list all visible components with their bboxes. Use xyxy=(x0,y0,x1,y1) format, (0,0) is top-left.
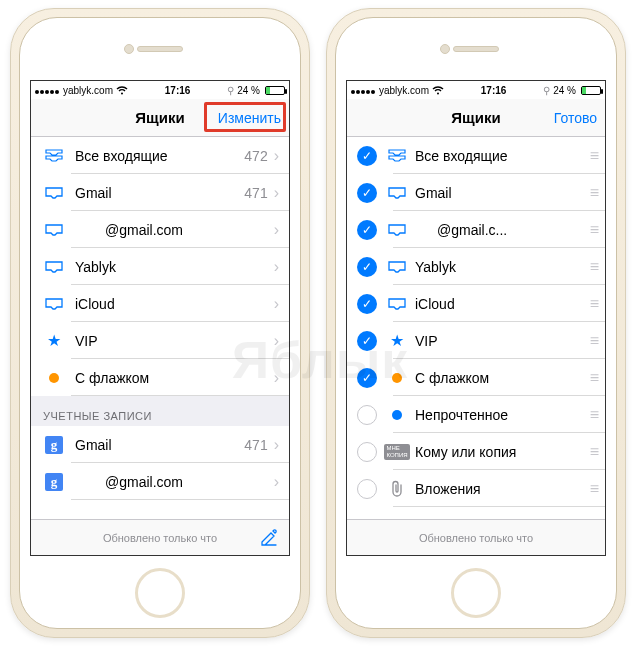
checkbox[interactable] xyxy=(357,405,377,425)
chevron-right-icon: › xyxy=(274,436,279,454)
reorder-handle-icon[interactable]: ≡ xyxy=(590,295,597,313)
reorder-handle-icon[interactable]: ≡ xyxy=(590,221,597,239)
account-label: Gmail xyxy=(75,437,244,453)
nav-header: Ящики Изменить xyxy=(31,99,289,137)
mailbox-edit-row[interactable]: ✓Все входящие≡ xyxy=(347,137,605,174)
chevron-right-icon: › xyxy=(274,184,279,202)
mailbox-edit-list: ✓Все входящие≡✓Gmail≡✓@gmail.c...≡✓Yably… xyxy=(347,137,605,507)
bluetooth-icon: ⚲ xyxy=(543,85,550,96)
unread-count: 471 xyxy=(244,185,267,201)
mailbox-label: С флажком xyxy=(415,370,590,386)
status-bar: yablyk.com 17:16 ⚲ 24 % xyxy=(347,81,605,99)
home-button[interactable] xyxy=(451,568,501,618)
flag-dot-icon xyxy=(43,373,65,383)
chevron-right-icon: › xyxy=(274,295,279,313)
phone-left: yablyk.com 17:16 ⚲ 24 % Ящики Изменить xyxy=(10,8,310,638)
checkbox[interactable]: ✓ xyxy=(357,331,377,351)
inbox-icon xyxy=(43,223,65,237)
chevron-right-icon: › xyxy=(274,473,279,491)
checkbox[interactable]: ✓ xyxy=(357,220,377,240)
chevron-right-icon: › xyxy=(274,221,279,239)
mailbox-label: @gmail.c... xyxy=(415,222,590,238)
reorder-handle-icon[interactable]: ≡ xyxy=(590,147,597,165)
unread-count: 471 xyxy=(244,437,267,453)
mailbox-label: VIP xyxy=(415,333,590,349)
mailbox-label: Yablyk xyxy=(75,259,274,275)
star-icon: ★ xyxy=(387,331,407,350)
mailbox-edit-row[interactable]: ✓@gmail.c...≡ xyxy=(347,211,605,248)
mailbox-edit-row[interactable]: Непрочтенное≡ xyxy=(347,396,605,433)
reorder-handle-icon[interactable]: ≡ xyxy=(590,443,597,461)
mailbox-row[interactable]: Все входящие472› xyxy=(31,137,289,174)
home-button[interactable] xyxy=(135,568,185,618)
mailbox-row[interactable]: iCloud› xyxy=(31,285,289,322)
checkbox[interactable]: ✓ xyxy=(357,183,377,203)
inbox-icon xyxy=(387,186,407,200)
mailbox-row[interactable]: Yablyk› xyxy=(31,248,289,285)
reorder-handle-icon[interactable]: ≡ xyxy=(590,480,597,498)
battery-icon xyxy=(265,86,285,95)
mailbox-edit-row[interactable]: ✓★VIP≡ xyxy=(347,322,605,359)
battery-icon xyxy=(581,86,601,95)
inbox-icon xyxy=(43,297,65,311)
inbox-icon xyxy=(43,260,65,274)
compose-button[interactable] xyxy=(259,528,279,548)
page-title: Ящики xyxy=(135,109,184,126)
reorder-handle-icon[interactable]: ≡ xyxy=(590,184,597,202)
google-icon: g xyxy=(43,473,65,491)
mailbox-label: Кому или копия xyxy=(415,444,590,460)
screen-right: yablyk.com 17:16 ⚲ 24 % Ящики Готово xyxy=(346,80,606,556)
reorder-handle-icon[interactable]: ≡ xyxy=(590,369,597,387)
inbox-all-icon xyxy=(387,148,407,164)
nav-header: Ящики Готово xyxy=(347,99,605,137)
mailbox-edit-row[interactable]: Вложения≡ xyxy=(347,470,605,507)
bottom-toolbar: Обновлено только что xyxy=(347,519,605,555)
mailbox-row[interactable]: ★VIP› xyxy=(31,322,289,359)
mailbox-edit-row[interactable]: ✓Gmail≡ xyxy=(347,174,605,211)
accounts-list: gGmail471›g@gmail.com› xyxy=(31,426,289,500)
mailbox-edit-row[interactable]: ✓Yablyk≡ xyxy=(347,248,605,285)
carrier-label: yablyk.com xyxy=(63,85,113,96)
checkbox[interactable]: ✓ xyxy=(357,146,377,166)
edit-button[interactable]: Изменить xyxy=(218,110,281,126)
flag-dot-icon xyxy=(387,373,407,383)
mailbox-label: Gmail xyxy=(75,185,244,201)
accounts-section-header: УЧЕТНЫЕ ЗАПИСИ xyxy=(31,396,289,426)
signal-dots-icon xyxy=(35,85,60,96)
reorder-handle-icon[interactable]: ≡ xyxy=(590,258,597,276)
checkbox[interactable]: ✓ xyxy=(357,368,377,388)
chevron-right-icon: › xyxy=(274,369,279,387)
checkbox[interactable]: ✓ xyxy=(357,294,377,314)
mailbox-row[interactable]: @gmail.com› xyxy=(31,211,289,248)
inbox-icon xyxy=(387,223,407,237)
checkbox[interactable] xyxy=(357,442,377,462)
status-label: Обновлено только что xyxy=(103,532,217,544)
status-bar: yablyk.com 17:16 ⚲ 24 % xyxy=(31,81,289,99)
mailbox-row[interactable]: Gmail471› xyxy=(31,174,289,211)
account-row[interactable]: gGmail471› xyxy=(31,426,289,463)
mailbox-label: С флажком xyxy=(75,370,274,386)
account-row[interactable]: g@gmail.com› xyxy=(31,463,289,500)
account-label: @gmail.com xyxy=(75,474,274,490)
inbox-icon xyxy=(387,297,407,311)
mailbox-edit-row[interactable]: ✓iCloud≡ xyxy=(347,285,605,322)
google-icon: g xyxy=(43,436,65,454)
mailbox-edit-row[interactable]: МНЕКОПИЯКому или копия≡ xyxy=(347,433,605,470)
reorder-handle-icon[interactable]: ≡ xyxy=(590,406,597,424)
page-title: Ящики xyxy=(451,109,500,126)
mailbox-edit-row[interactable]: ✓С флажком≡ xyxy=(347,359,605,396)
wifi-icon xyxy=(116,86,128,95)
battery-pct-label: 24 % xyxy=(237,85,260,96)
mailbox-label: Gmail xyxy=(415,185,590,201)
star-icon: ★ xyxy=(43,331,65,350)
mailbox-label: Все входящие xyxy=(415,148,590,164)
mailbox-row[interactable]: С флажком› xyxy=(31,359,289,396)
checkbox[interactable] xyxy=(357,479,377,499)
mailbox-label: Непрочтенное xyxy=(415,407,590,423)
carrier-label: yablyk.com xyxy=(379,85,429,96)
reorder-handle-icon[interactable]: ≡ xyxy=(590,332,597,350)
battery-pct-label: 24 % xyxy=(553,85,576,96)
checkbox[interactable]: ✓ xyxy=(357,257,377,277)
wifi-icon xyxy=(432,86,444,95)
done-button[interactable]: Готово xyxy=(554,110,597,126)
